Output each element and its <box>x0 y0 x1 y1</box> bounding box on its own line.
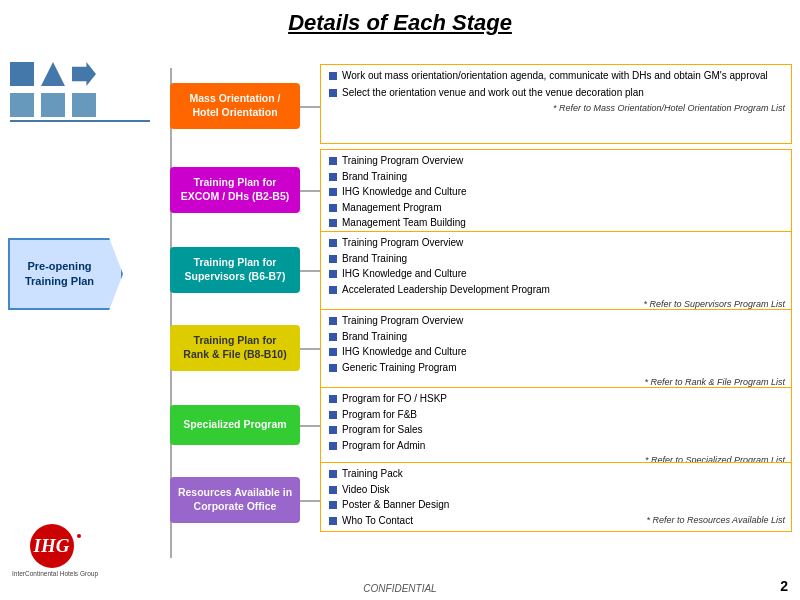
stage-box-supervisors[interactable]: Training Plan forSupervisors (B6-B7) <box>170 247 300 293</box>
stages-container: Mass Orientation /Hotel Orientation Work… <box>130 62 792 570</box>
detail-box-mass: Work out mass orientation/orientation ag… <box>320 64 792 144</box>
detail-box-resources: Training Pack Video Disk Poster & Banner… <box>320 462 792 532</box>
pre-opening-box: Pre-opening Training Plan <box>8 238 123 310</box>
detail-box-rankfile: Training Program Overview Brand Training… <box>320 309 792 392</box>
stage-mass-orientation: Mass Orientation /Hotel Orientation Work… <box>130 62 792 149</box>
stage-box-resources[interactable]: Resources Available inCorporate Office <box>170 477 300 523</box>
page-title: Details of Each Stage <box>0 0 800 44</box>
detail-box-specialized: Program for FO / HSKP Program for F&B Pr… <box>320 387 792 470</box>
stage-box-mass-orientation[interactable]: Mass Orientation /Hotel Orientation <box>170 83 300 129</box>
stage-box-rankfile[interactable]: Training Plan forRank & File (B8-B10) <box>170 325 300 371</box>
stage-excom: Training Plan forEXCOM / DHs (B2-B5) Tra… <box>130 149 792 231</box>
stage-supervisors: Training Plan forSupervisors (B6-B7) Tra… <box>130 231 792 309</box>
divider-line <box>10 120 150 122</box>
confidential-label: CONFIDENTIAL <box>363 583 436 594</box>
stage-specialized: Specialized Program Program for FO / HSK… <box>130 387 792 462</box>
ihg-shapes <box>10 62 100 121</box>
stage-box-specialized[interactable]: Specialized Program <box>170 405 300 445</box>
stage-rankfile: Training Plan forRank & File (B8-B10) Tr… <box>130 309 792 387</box>
detail-box-supervisors: Training Program Overview Brand Training… <box>320 231 792 314</box>
stage-resources: Resources Available inCorporate Office T… <box>130 462 792 537</box>
ihg-logo: IHG InterContinental Hotels Group <box>12 524 98 578</box>
page-number: 2 <box>780 578 788 594</box>
stage-box-excom[interactable]: Training Plan forEXCOM / DHs (B2-B5) <box>170 167 300 213</box>
